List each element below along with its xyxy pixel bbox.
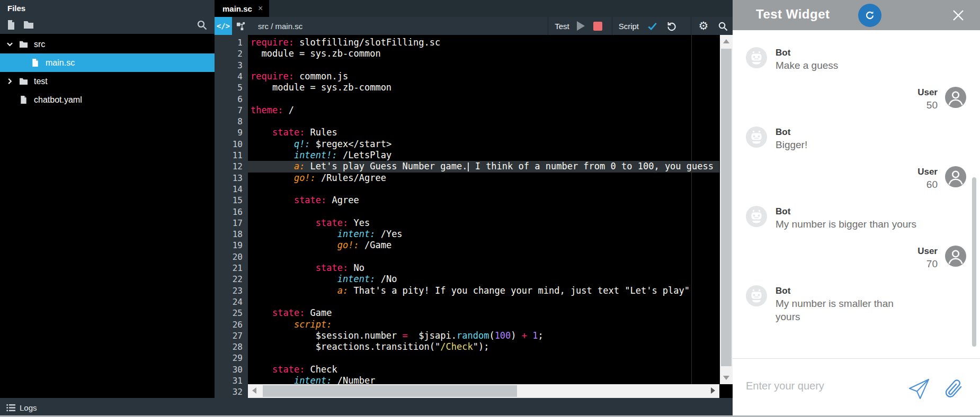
message-text: My number is bigger than yours [776, 217, 916, 231]
code-area[interactable]: require: slotfilling/slotFilling.sc modu… [248, 35, 719, 384]
toolbar-separator [548, 17, 548, 35]
message-content: BotMake a guess [776, 47, 838, 72]
code-line: a: That's a pity! If you change your min… [248, 285, 719, 296]
user-message: User70 [733, 246, 980, 270]
tab-close-icon[interactable]: × [258, 4, 263, 13]
message-sender: User [917, 87, 938, 98]
widget-scrollbar[interactable] [972, 177, 976, 347]
toolbar-separator [691, 17, 691, 35]
logs-bar[interactable]: Logs [0, 398, 733, 417]
tree-item-src[interactable]: src [0, 35, 215, 53]
scrollbar-corner [720, 384, 733, 398]
code-line: state: Check [248, 364, 719, 375]
code-line: intent!: /LetsPlay [248, 150, 719, 161]
code-line: theme: / [248, 105, 719, 116]
code-line: require: slotfilling/slotFilling.sc [248, 37, 719, 48]
attach-icon[interactable] [943, 376, 966, 401]
test-widget-title: Test Widget [756, 7, 830, 22]
code-view-button[interactable]: </> [215, 17, 232, 35]
test-widget-panel: Test Widget BotMake a guessUser50BotBigg… [733, 0, 980, 417]
file-search-icon[interactable] [197, 20, 208, 31]
tree-item-label: chatbot.yaml [34, 95, 82, 105]
bot-message: BotMake a guess [733, 47, 980, 72]
code-line: intent: /No [248, 274, 719, 285]
message-content: User60 [917, 166, 938, 191]
line-number: 3 [237, 60, 243, 71]
code-line: $reactions.transition("/Check"); [248, 341, 719, 352]
chevron-right-icon[interactable] [6, 77, 19, 86]
editor-horizontal-scrollbar[interactable] [248, 384, 719, 398]
vertical-scroll-thumb[interactable] [721, 49, 732, 366]
scroll-left-arrow[interactable] [252, 387, 256, 394]
chat-input[interactable]: Enter your query [746, 380, 824, 392]
line-number: 17 [233, 217, 243, 229]
line-number: 27 [233, 330, 243, 342]
tab-main-sc[interactable]: main.sc × [215, 0, 269, 17]
line-number: 8 [237, 116, 243, 128]
new-file-icon[interactable] [6, 20, 17, 31]
folder-icon [19, 77, 31, 86]
code-line [248, 352, 719, 364]
line-number: 1 [237, 37, 243, 49]
editor-vertical-scrollbar[interactable] [720, 35, 733, 384]
logs-icon [6, 404, 15, 412]
tree-item-label: main.sc [46, 58, 75, 68]
message-text: Make a guess [776, 59, 838, 72]
line-number: 21 [233, 262, 243, 274]
message-text: 60 [917, 178, 938, 191]
message-sender: User [917, 246, 938, 257]
message-content: User70 [917, 246, 938, 270]
tree-item-main-sc[interactable]: main.sc [0, 53, 215, 72]
line-number: 14 [233, 184, 243, 195]
editor-search-icon[interactable] [717, 20, 728, 32]
tree-item-chatbot-yaml[interactable]: chatbot.yaml [0, 90, 215, 109]
line-number: 2 [237, 48, 243, 60]
code-line: $session.number = $jsapi.random(100) + 1… [248, 330, 719, 341]
message-text: 50 [917, 98, 938, 112]
code-line: state: Agree [248, 195, 719, 206]
chevron-down-icon[interactable] [6, 40, 19, 49]
line-number: 22 [233, 274, 243, 285]
tree-item-test[interactable]: test [0, 72, 215, 90]
horizontal-scroll-thumb[interactable] [263, 385, 517, 397]
file-tree: srcmain.sctestchatbot.yaml [0, 35, 215, 109]
code-line: go!: /Rules/Agree [248, 173, 719, 184]
code-line: state: No [248, 262, 719, 274]
line-number: 23 [233, 285, 243, 297]
bot-avatar-icon [746, 126, 767, 148]
line-number: 7 [237, 105, 243, 116]
logs-label: Logs [20, 403, 37, 412]
code-line: module = sys.zb-common [248, 82, 719, 93]
stop-test-button[interactable] [593, 22, 602, 31]
code-line: go!: /Game [248, 240, 719, 251]
message-content: User50 [917, 87, 938, 112]
send-icon[interactable] [907, 376, 931, 401]
validate-check-icon[interactable] [646, 20, 658, 32]
undo-icon[interactable] [665, 20, 677, 32]
line-number: 28 [233, 341, 243, 353]
user-avatar-icon [945, 246, 966, 267]
widget-close-icon[interactable] [952, 10, 964, 21]
bot-avatar-icon [746, 285, 767, 306]
line-number: 18 [233, 229, 243, 240]
new-folder-icon[interactable] [23, 20, 35, 31]
line-number: 24 [233, 296, 243, 308]
user-message: User50 [733, 87, 980, 112]
chat-messages: BotMake a guessUser50BotBigger!User60Bot… [733, 30, 980, 358]
tree-indent [18, 59, 31, 67]
settings-gear-icon[interactable]: ⚙ [698, 20, 709, 32]
line-number: 26 [233, 319, 243, 331]
test-widget-header: Test Widget [733, 0, 980, 30]
scroll-right-arrow[interactable] [711, 387, 715, 394]
bot-message: BotBigger! [733, 126, 980, 151]
scroll-up-arrow[interactable] [723, 39, 729, 43]
code-line [248, 116, 719, 127]
flow-view-button[interactable] [232, 17, 250, 35]
code-line [248, 251, 719, 262]
refresh-button[interactable] [858, 4, 881, 27]
scroll-down-arrow[interactable] [723, 376, 729, 380]
line-number: 4 [237, 71, 243, 83]
play-test-button[interactable] [577, 21, 585, 31]
bot-avatar-icon [746, 206, 767, 227]
chat-input-area: Enter your query [733, 359, 980, 415]
